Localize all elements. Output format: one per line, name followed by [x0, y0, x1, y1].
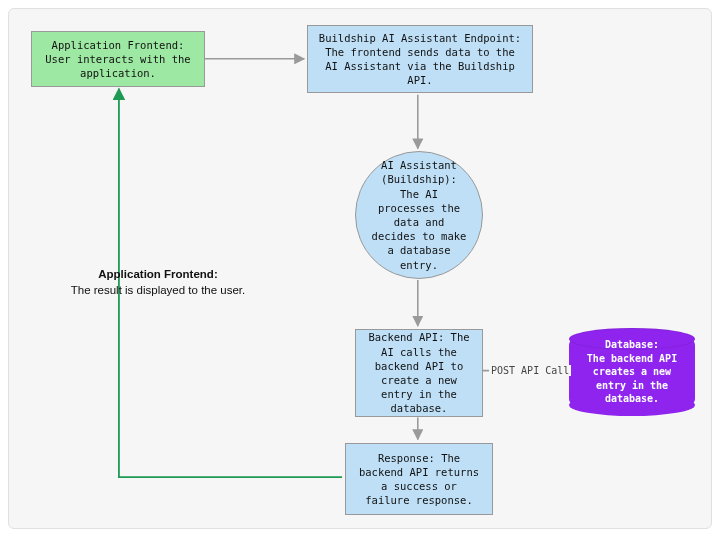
node-frontend: Application Frontend: User interacts wit…: [31, 31, 205, 87]
node-response-title: Response:: [378, 452, 435, 464]
label-display-result-title: Application Frontend:: [33, 267, 283, 283]
node-database-title: Database:: [605, 339, 659, 350]
label-display-result: Application Frontend: The result is disp…: [33, 267, 283, 298]
node-frontend-body: User interacts with the application.: [45, 53, 190, 79]
node-database-body: The backend API creates a new entry in t…: [587, 353, 677, 405]
node-frontend-title: Application Frontend:: [52, 39, 185, 51]
node-response: Response: The backend API returns a succ…: [345, 443, 493, 515]
node-database: Database: The backend API creates a new …: [569, 339, 695, 405]
node-assistant: AI Assistant (Buildship): The AI process…: [355, 151, 483, 279]
label-post-api-call: POST API Call: [489, 365, 571, 376]
label-display-result-body: The result is displayed to the user.: [33, 283, 283, 299]
node-assistant-title: AI Assistant (Buildship):: [381, 159, 457, 185]
diagram-canvas: Application Frontend: User interacts wit…: [8, 8, 712, 529]
node-backend: Backend API: The AI calls the backend AP…: [355, 329, 483, 417]
node-endpoint-title: Buildship AI Assistant Endpoint:: [319, 32, 521, 44]
node-backend-body: The AI calls the backend API to create a…: [375, 331, 470, 414]
node-endpoint: Buildship AI Assistant Endpoint: The fro…: [307, 25, 533, 93]
node-assistant-body: The AI processes the data and decides to…: [372, 188, 467, 271]
node-endpoint-body: The frontend sends data to the AI Assist…: [325, 46, 515, 86]
node-backend-title: Backend API:: [368, 331, 444, 343]
